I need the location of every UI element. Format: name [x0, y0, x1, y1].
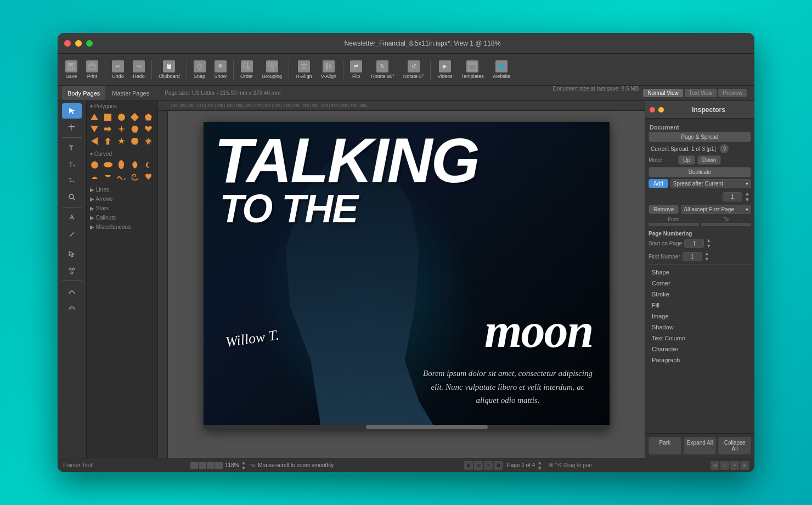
tool-text-on-path[interactable]: T: [62, 173, 82, 188]
start-page-input[interactable]: 1: [684, 239, 704, 248]
view-icon-3[interactable]: [207, 462, 215, 469]
tool-linked-text[interactable]: T: [62, 156, 82, 172]
shape-arc-up[interactable]: [89, 171, 100, 182]
traffic-light-close[interactable]: [64, 40, 71, 47]
first-number-stepper[interactable]: ▲▼: [704, 251, 711, 262]
shape-heart2[interactable]: [143, 171, 154, 182]
rotate90-button[interactable]: ↻ Rotate 90°: [368, 58, 398, 81]
tool-pointer[interactable]: [62, 103, 82, 119]
shape-diamond[interactable]: [129, 111, 140, 122]
shape-wave[interactable]: [116, 171, 127, 182]
shape-arc-down[interactable]: [103, 171, 114, 182]
count-input[interactable]: 1: [723, 192, 742, 201]
rotate5-button[interactable]: ↺ Rotate 5°: [400, 58, 427, 81]
shape-triangle-down[interactable]: [89, 124, 100, 134]
traffic-light-fullscreen[interactable]: [86, 40, 93, 47]
shape-moon[interactable]: [143, 159, 154, 170]
flip-button[interactable]: ⇄ Flip: [347, 58, 365, 81]
snap-button[interactable]: Snap: [190, 58, 209, 81]
shape-hexagon[interactable]: [129, 124, 140, 134]
help-icon[interactable]: ?: [720, 144, 729, 153]
grouping-button[interactable]: Grouping: [258, 58, 285, 81]
remove-button[interactable]: Remove: [649, 205, 679, 214]
inspector-minimize[interactable]: [658, 107, 664, 113]
tab-body-pages[interactable]: Body Pages: [62, 86, 105, 100]
scrollbar-thumb[interactable]: [366, 425, 488, 429]
list-item-paragraph[interactable]: Paragraph: [649, 355, 751, 366]
shape-triangle-up[interactable]: [89, 111, 100, 122]
horizontal-scrollbar[interactable]: [204, 425, 610, 429]
nav-icon-4[interactable]: ⊟: [494, 461, 503, 470]
miscellaneous-category[interactable]: ▶ Miscellaneous: [87, 222, 157, 231]
inspector-close[interactable]: [650, 107, 655, 113]
list-item-image[interactable]: Image: [649, 311, 751, 322]
nav-icon-2[interactable]: ◁: [474, 461, 483, 470]
shape-spiral[interactable]: [129, 171, 140, 182]
canvas-scroll[interactable]: TALKING TO THE moon Willow T. Borem ipsu…: [168, 111, 645, 458]
redo-button[interactable]: ↪ Redo: [129, 58, 148, 81]
list-item-fill[interactable]: Fill: [649, 300, 751, 311]
show-button[interactable]: 👁 Show: [211, 58, 230, 81]
add-button[interactable]: Add: [649, 179, 668, 188]
arrows-category[interactable]: ▶ Arrows: [87, 194, 157, 203]
view-icon-4[interactable]: [215, 462, 223, 469]
up-button[interactable]: Up: [678, 155, 695, 165]
shape-octagon[interactable]: [129, 136, 140, 147]
start-page-stepper[interactable]: ▲▼: [706, 238, 713, 249]
shape-heart[interactable]: [143, 124, 154, 134]
collapse-all-button[interactable]: Collapse All: [718, 437, 751, 454]
tool-pen[interactable]: [62, 210, 82, 225]
tool-curve-line[interactable]: [62, 283, 82, 299]
right-icon-2[interactable]: □: [720, 461, 729, 470]
clipboard-button[interactable]: 📋 Clipboard: [155, 58, 183, 81]
shape-circle[interactable]: [116, 111, 127, 122]
shape-circle2[interactable]: [89, 159, 100, 170]
first-number-input[interactable]: 1: [683, 252, 702, 261]
spread-after-dropdown[interactable]: Spread after Current ▾: [670, 179, 751, 188]
shape-oval-v[interactable]: [116, 159, 127, 170]
undo-button[interactable]: ↩ Undo: [109, 58, 127, 81]
shape-pentagon[interactable]: [143, 111, 154, 122]
lines-category[interactable]: ▶ Lines: [87, 184, 157, 194]
right-icon-1[interactable]: ⊞: [710, 461, 719, 470]
right-icon-4[interactable]: ⊞: [740, 461, 749, 470]
h-align-button[interactable]: H-Align: [292, 58, 315, 81]
tool-shape-pointer[interactable]: [62, 246, 82, 262]
tool-curve-arc[interactable]: [62, 300, 82, 315]
list-item-character[interactable]: Character: [649, 344, 751, 355]
polygons-category[interactable]: ▾ Polygons: [87, 101, 157, 110]
shape-triangle-left[interactable]: [89, 136, 100, 147]
page-spread-btn[interactable]: Page & Spread: [649, 132, 751, 142]
website-button[interactable]: 🌐 Website: [489, 58, 514, 81]
videos-button[interactable]: ▶ Videos: [434, 58, 455, 81]
shape-star4[interactable]: [116, 124, 127, 134]
tool-pencil[interactable]: [62, 226, 82, 242]
view-mode-text[interactable]: Text View: [685, 89, 717, 97]
zoom-stepper[interactable]: ▲▼: [241, 460, 247, 471]
list-item-shape[interactable]: Shape: [649, 267, 751, 278]
view-mode-normal[interactable]: Normal View: [643, 89, 683, 97]
shape-arrow-right[interactable]: [103, 124, 114, 134]
shape-oval-h[interactable]: [103, 159, 114, 170]
all-except-dropdown[interactable]: All except First Page ▾: [681, 205, 751, 214]
tool-text[interactable]: T: [62, 140, 82, 155]
list-item-text-column[interactable]: Text Column: [649, 333, 751, 344]
order-button[interactable]: Order: [237, 58, 256, 81]
park-button[interactable]: Park: [649, 437, 681, 454]
nav-icon-3[interactable]: ▷: [484, 461, 493, 470]
curved-category[interactable]: ▾ Curved: [87, 149, 157, 158]
down-button[interactable]: Down: [697, 155, 721, 165]
tab-master-pages[interactable]: Master Pages: [106, 86, 155, 100]
v-align-button[interactable]: V-Align: [318, 58, 340, 81]
tool-direct-select[interactable]: [62, 263, 82, 278]
tool-magnify[interactable]: [62, 189, 82, 205]
list-item-corner[interactable]: Corner: [649, 278, 751, 289]
view-icon-1[interactable]: [190, 462, 198, 469]
view-icon-2[interactable]: [199, 462, 206, 469]
shape-teardrop[interactable]: [129, 159, 140, 170]
page-stepper[interactable]: ▲▼: [537, 460, 544, 471]
shape-burst[interactable]: [143, 136, 154, 147]
expand-all-button[interactable]: Expand All: [684, 437, 717, 454]
templates-button[interactable]: Templates: [458, 58, 487, 81]
stars-category[interactable]: ▶ Stars: [87, 203, 157, 212]
